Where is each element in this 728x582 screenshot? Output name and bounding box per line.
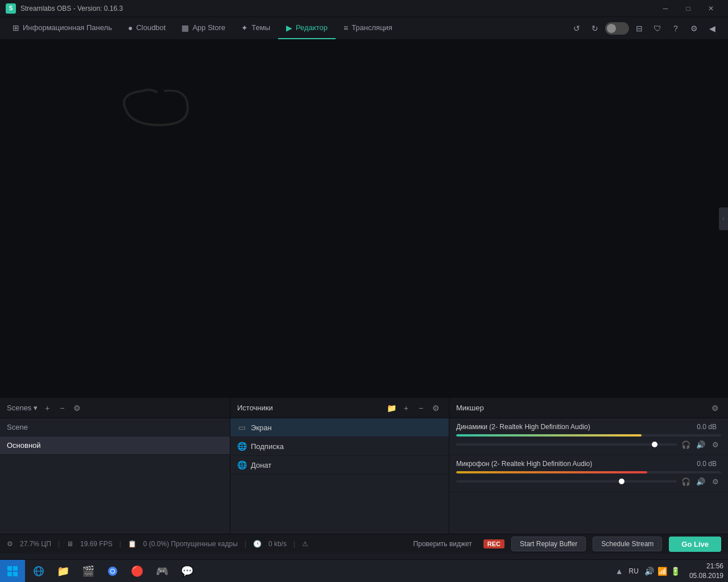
scenes-panel: Scenes ▾ + − ⚙ Scene Основной bbox=[0, 398, 230, 534]
scenes-dropdown[interactable]: Scenes ▾ bbox=[7, 404, 38, 412]
mixer-microphone-meter bbox=[456, 471, 721, 473]
taskbar-app1-button[interactable]: 🎮 bbox=[150, 562, 174, 581]
statusbar-bandwidth: 0 kb/s bbox=[268, 540, 287, 548]
source-item-donat[interactable]: 🌐 Донат 👁 🔒 bbox=[230, 456, 449, 475]
nav-broadcast[interactable]: ≡ Трансляция bbox=[336, 17, 400, 39]
scenes-remove-button[interactable]: − bbox=[56, 402, 68, 414]
nav-right-controls: ↺ ↻ ⊟ 🛡 ? ⚙ ◀ bbox=[565, 17, 723, 39]
source-item-subscription[interactable]: 🌐 Подписка 👁 🔒 bbox=[230, 437, 449, 456]
statusbar-dropped-frames: 0 (0.0%) Пропущенные кадры bbox=[143, 540, 238, 548]
shield-button[interactable]: 🛡 bbox=[650, 20, 665, 36]
mixer-microphone-speaker-button[interactable]: 🔊 bbox=[695, 476, 706, 487]
toggle-switch[interactable] bbox=[605, 22, 629, 35]
mixer-dynamics-header: Динамики (2- Realtek High Definition Aud… bbox=[456, 423, 721, 431]
mixer-dynamics-slider[interactable] bbox=[456, 443, 677, 446]
start-replay-button[interactable]: Start Replay Buffer bbox=[511, 537, 586, 551]
taskbar-yandex-button[interactable]: 🔴 bbox=[125, 562, 149, 581]
source-subscription-eye-button[interactable]: 👁 bbox=[419, 441, 429, 451]
screen-source-icon: ▭ bbox=[237, 423, 246, 432]
bottom-panels: Scenes ▾ + − ⚙ Scene Основной Источники … bbox=[0, 397, 728, 534]
windows-taskbar: 📁 🎬 🔴 🎮 💬 ▲ RU 🔊 📶 🔋 21:56 05.08.2019 bbox=[0, 559, 728, 582]
svg-rect-1 bbox=[13, 566, 18, 571]
mixer-microphone-settings-button[interactable]: ⚙ bbox=[710, 476, 721, 487]
rec-badge[interactable]: REC bbox=[483, 539, 504, 548]
mixer-microphone-headphone-button[interactable]: 🎧 bbox=[680, 476, 692, 487]
mixer-microphone-slider[interactable] bbox=[456, 480, 677, 483]
taskbar-clock[interactable]: 21:56 05.08.2019 bbox=[685, 562, 728, 581]
taskbar-folder-button[interactable]: 📁 bbox=[51, 562, 75, 581]
sources-controls: 📁 + − ⚙ bbox=[385, 402, 442, 414]
mixer-channel-dynamics: Динамики (2- Realtek High Definition Aud… bbox=[449, 418, 728, 455]
scene-item-osnovnoj[interactable]: Основной bbox=[0, 436, 230, 455]
nav-dashboard[interactable]: ⊞ Информационная Панель bbox=[5, 17, 120, 39]
source-screen-eye-button[interactable]: 👁 bbox=[419, 422, 429, 433]
source-subscription-label: Подписка bbox=[251, 442, 415, 451]
settings-button[interactable]: ⚙ bbox=[686, 20, 702, 36]
mixer-settings-button[interactable]: ⚙ bbox=[709, 402, 721, 414]
scene-item-scene[interactable]: Scene bbox=[0, 418, 230, 436]
statusbar-fps: 19.69 FPS bbox=[80, 540, 113, 548]
check-widget-button[interactable]: Проверить виджет bbox=[409, 540, 477, 548]
statusbar-fps-icon: 🖥 bbox=[67, 540, 73, 548]
taskbar-app2-button[interactable]: 💬 bbox=[175, 562, 199, 581]
source-subscription-lock-button[interactable]: 🔒 bbox=[432, 441, 442, 451]
ie-icon bbox=[33, 566, 44, 577]
statusbar-cpu: 27.7% ЦП bbox=[20, 540, 51, 548]
source-item-screen[interactable]: ▭ Экран 👁 🔒 bbox=[230, 418, 449, 437]
preview-canvas[interactable] bbox=[0, 40, 728, 397]
nav-editor-label: Редактор bbox=[296, 23, 328, 32]
maximize-button[interactable]: □ bbox=[677, 0, 700, 17]
mixer-dynamics-headphone-button[interactable]: 🎧 bbox=[680, 439, 692, 450]
mixer-dynamics-settings-button[interactable]: ⚙ bbox=[710, 439, 721, 450]
source-donat-label: Донат bbox=[251, 461, 415, 469]
undo-button[interactable]: ↺ bbox=[569, 20, 585, 36]
tray-network-icon[interactable]: 📶 bbox=[657, 567, 667, 576]
source-screen-lock-button[interactable]: 🔒 bbox=[432, 422, 442, 433]
mixer-microphone-header: Микрофон (2- Realtek High Definition Aud… bbox=[456, 460, 721, 468]
nav-dashboard-label: Информационная Панель bbox=[23, 23, 112, 32]
mixer-dynamics-thumb bbox=[652, 442, 657, 447]
taskbar-chrome-button[interactable] bbox=[101, 562, 124, 581]
mixer-dynamics-speaker-button[interactable]: 🔊 bbox=[695, 439, 706, 450]
mixer-microphone-db: 0.0 dB bbox=[697, 460, 717, 468]
layout-button[interactable]: ⊟ bbox=[631, 20, 647, 36]
help-button[interactable]: ? bbox=[668, 20, 684, 36]
schedule-stream-button[interactable]: Schedule Stream bbox=[593, 537, 662, 551]
start-button[interactable] bbox=[0, 560, 25, 583]
nav-cloudbot-label: Cloudbot bbox=[136, 23, 166, 32]
nav-cloudbot[interactable]: ● Cloudbot bbox=[120, 17, 174, 39]
source-donat-lock-button[interactable]: 🔒 bbox=[432, 460, 442, 470]
minimize-button[interactable]: ─ bbox=[654, 0, 677, 17]
scenes-settings-button[interactable]: ⚙ bbox=[71, 402, 83, 414]
themes-icon: ✦ bbox=[241, 23, 248, 32]
nav-themes[interactable]: ✦ Темы bbox=[233, 17, 278, 39]
tray-up-icon[interactable]: ▲ bbox=[615, 567, 623, 576]
scenes-add-button[interactable]: + bbox=[41, 402, 53, 414]
taskbar-date: 05.08.2019 bbox=[689, 571, 723, 581]
taskbar-lang: RU bbox=[627, 567, 641, 575]
nav-editor[interactable]: ▶ Редактор bbox=[278, 17, 336, 39]
mixer-microphone-fader-row bbox=[456, 471, 721, 473]
taskbar-tray: ▲ RU 🔊 📶 🔋 bbox=[611, 567, 685, 576]
tray-volume-icon[interactable]: 🔊 bbox=[644, 567, 654, 576]
sources-folder-button[interactable]: 📁 bbox=[385, 402, 398, 414]
sources-list: ▭ Экран 👁 🔒 🌐 Подписка 👁 🔒 🌐 Донат bbox=[230, 418, 449, 534]
go-live-button[interactable]: Go Live bbox=[669, 537, 721, 552]
redo-button[interactable]: ↻ bbox=[587, 20, 603, 36]
sources-add-button[interactable]: + bbox=[400, 402, 412, 414]
tray-battery-icon[interactable]: 🔋 bbox=[671, 567, 680, 576]
nav-appstore[interactable]: ▦ App Store bbox=[173, 17, 233, 39]
taskbar-media-button[interactable]: 🎬 bbox=[76, 562, 100, 581]
right-collapse-button[interactable]: › bbox=[719, 207, 728, 230]
close-button[interactable]: ✕ bbox=[700, 0, 722, 17]
sources-panel: Источники 📁 + − ⚙ ▭ Экран 👁 🔒 🌐 Подписка bbox=[230, 398, 449, 534]
subscription-source-icon: 🌐 bbox=[237, 442, 246, 451]
sidebar-toggle-button[interactable]: ◀ bbox=[704, 20, 720, 36]
source-donat-eye-button[interactable]: 👁 bbox=[419, 460, 429, 470]
dashboard-icon: ⊞ bbox=[13, 23, 19, 32]
sources-remove-button[interactable]: − bbox=[415, 402, 427, 414]
mixer-dynamics-fill bbox=[456, 434, 642, 436]
taskbar-ie-button[interactable] bbox=[27, 562, 50, 581]
sources-settings-button[interactable]: ⚙ bbox=[429, 402, 442, 414]
taskbar-items: 📁 🎬 🔴 🎮 💬 bbox=[25, 562, 611, 581]
